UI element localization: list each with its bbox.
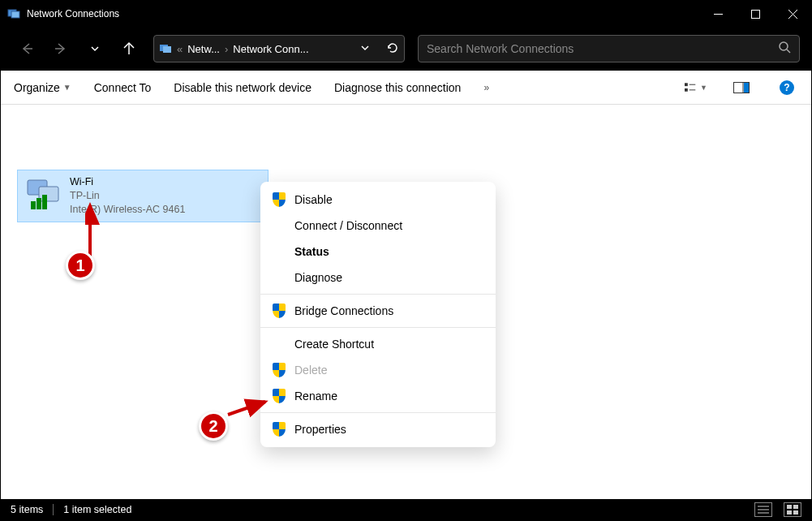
breadcrumb-separator: › xyxy=(223,43,230,55)
svg-rect-14 xyxy=(685,88,688,91)
status-item-count: 5 items xyxy=(11,504,43,515)
organize-menu[interactable]: Organize▼ xyxy=(14,81,71,94)
search-input[interactable] xyxy=(427,42,778,55)
svg-rect-21 xyxy=(39,187,58,201)
window-controls xyxy=(699,1,811,27)
ctx-status[interactable]: Status xyxy=(260,239,496,265)
location-icon xyxy=(159,42,172,55)
context-menu: Disable Connect / Disconnect Status Diag… xyxy=(260,182,496,447)
shield-icon xyxy=(272,389,286,403)
minimize-button[interactable] xyxy=(699,1,737,27)
address-bar[interactable]: « Netw... › Network Conn... xyxy=(153,35,405,62)
address-dropdown-icon[interactable] xyxy=(360,43,370,55)
maximize-button[interactable] xyxy=(737,1,774,27)
recents-dropdown[interactable] xyxy=(80,34,110,63)
view-options-button[interactable]: ▼ xyxy=(685,76,707,99)
annotation-badge-1: 1 xyxy=(66,251,95,280)
shield-icon xyxy=(272,422,286,437)
svg-rect-24 xyxy=(42,195,47,209)
refresh-button[interactable] xyxy=(386,41,399,57)
adapter-item-wifi[interactable]: Wi-Fi TP-Lin Inte(R) Wireless-AC 9461 xyxy=(17,170,269,222)
shield-icon xyxy=(272,192,286,207)
disable-device-button[interactable]: Disable this network device xyxy=(174,81,311,94)
app-icon xyxy=(7,7,20,20)
svg-rect-31 xyxy=(793,505,798,509)
svg-rect-22 xyxy=(31,201,36,209)
svg-rect-13 xyxy=(685,83,688,86)
menu-separator xyxy=(260,327,496,328)
svg-line-26 xyxy=(228,402,265,415)
svg-rect-3 xyxy=(751,10,759,18)
ctx-rename[interactable]: Rename xyxy=(260,383,496,409)
statusbar: 5 items 1 item selected xyxy=(1,499,811,520)
annotation-badge-2: 2 xyxy=(199,411,228,441)
preview-pane-button[interactable] xyxy=(730,76,753,99)
breadcrumb-separator: « xyxy=(175,43,184,55)
search-icon[interactable] xyxy=(778,41,791,57)
svg-rect-30 xyxy=(787,505,792,509)
shield-icon xyxy=(272,363,286,377)
ctx-connect-disconnect[interactable]: Connect / Disconnect xyxy=(260,213,496,239)
ctx-create-shortcut[interactable]: Create Shortcut xyxy=(260,331,496,357)
svg-rect-1 xyxy=(11,11,19,18)
large-icons-view-button[interactable] xyxy=(784,502,801,517)
menu-separator xyxy=(260,294,496,295)
diagnose-button[interactable]: Diagnose this connection xyxy=(334,81,461,94)
close-button[interactable] xyxy=(774,1,811,27)
svg-rect-19 xyxy=(744,83,749,93)
help-button[interactable]: ? xyxy=(775,76,798,99)
svg-line-12 xyxy=(787,50,790,53)
ctx-diagnose[interactable]: Diagnose xyxy=(260,265,496,291)
forward-button[interactable] xyxy=(46,34,75,63)
annotation-arrow xyxy=(225,395,273,420)
connect-to-button[interactable]: Connect To xyxy=(94,81,152,94)
status-selected-count: 1 item selected xyxy=(63,504,131,515)
breadcrumb-part[interactable]: Netw... xyxy=(187,43,220,55)
ctx-disable[interactable]: Disable xyxy=(260,187,496,213)
svg-rect-32 xyxy=(787,510,792,515)
toolbar: Organize▼ Connect To Disable this networ… xyxy=(1,71,811,105)
back-button[interactable] xyxy=(12,34,41,63)
up-button[interactable] xyxy=(114,34,144,63)
content-area[interactable]: Wi-Fi TP-Lin Inte(R) Wireless-AC 9461 Di… xyxy=(1,105,811,499)
ctx-delete: Delete xyxy=(260,357,496,383)
titlebar: Network Connections xyxy=(1,1,811,27)
breadcrumb-part[interactable]: Network Conn... xyxy=(233,43,308,55)
adapter-name: Wi-Fi xyxy=(70,175,185,189)
svg-point-11 xyxy=(780,42,788,50)
window-title: Network Connections xyxy=(27,8,699,19)
navbar: « Netw... › Network Conn... xyxy=(1,27,811,71)
details-view-button[interactable] xyxy=(754,502,772,517)
svg-rect-23 xyxy=(37,198,41,209)
shield-icon xyxy=(272,304,286,318)
window: Network Connections « Netw... › Network … xyxy=(0,0,812,521)
search-bar[interactable] xyxy=(418,35,800,62)
ctx-bridge[interactable]: Bridge Connections xyxy=(260,298,496,324)
svg-rect-33 xyxy=(793,510,798,515)
svg-rect-10 xyxy=(163,46,171,53)
ctx-properties[interactable]: Properties xyxy=(260,416,496,442)
toolbar-overflow[interactable]: » xyxy=(483,82,489,93)
menu-separator xyxy=(260,412,496,413)
adapter-icon xyxy=(24,175,63,214)
